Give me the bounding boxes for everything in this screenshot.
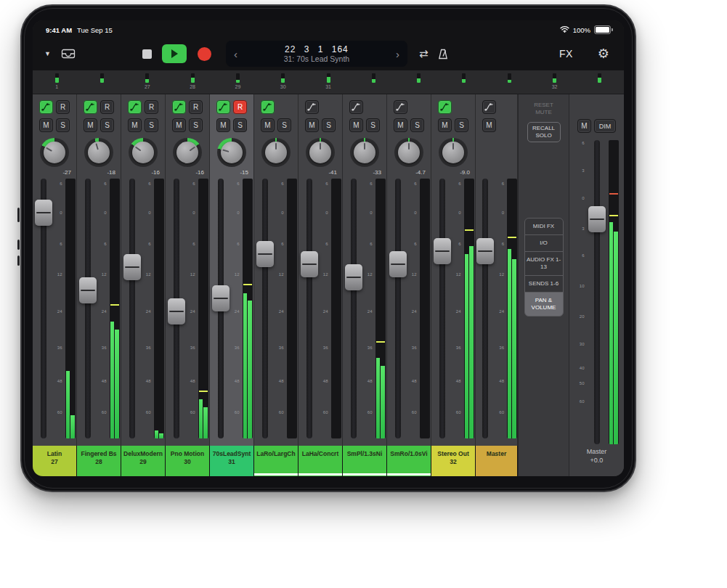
fader-cap[interactable] (35, 200, 52, 226)
mute-button[interactable]: M (39, 118, 53, 132)
fader-cap[interactable] (434, 238, 451, 264)
volume-fader[interactable] (78, 179, 97, 438)
fx-button[interactable]: FX (559, 48, 573, 60)
solo-button[interactable]: S (322, 118, 336, 132)
ruler-tick[interactable]: 1 (34, 70, 79, 94)
automation-button[interactable] (305, 100, 319, 114)
volume-fader[interactable] (433, 179, 452, 438)
view-button-i-o[interactable]: I/O (524, 234, 564, 252)
channel-strip[interactable]: MS-4.76061224364860 (387, 94, 431, 446)
mute-button[interactable]: M (128, 118, 142, 132)
pan-knob[interactable] (439, 138, 468, 168)
channel-strip[interactable]: RMS-166061224364860 (121, 94, 166, 446)
lcd-prev-button[interactable]: ‹ (232, 49, 240, 60)
fader-cap[interactable] (123, 254, 141, 280)
solo-button[interactable]: S (145, 118, 158, 132)
automation-button[interactable] (128, 100, 142, 114)
stop-button[interactable] (142, 49, 152, 59)
cycle-icon[interactable]: ⇄ (419, 47, 429, 60)
track-label[interactable]: LaRo/LargCh (254, 446, 298, 476)
ruler-tick[interactable] (487, 70, 532, 94)
master-fader-cap[interactable] (588, 206, 606, 232)
automation-button[interactable] (216, 100, 230, 114)
recall-solo-button[interactable]: RECALL SOLO (527, 122, 561, 142)
record-arm-button[interactable]: R (56, 100, 70, 114)
channel-strip[interactable]: MS-416061224364860 (298, 94, 343, 446)
fader-cap[interactable] (212, 285, 230, 311)
volume-fader[interactable] (476, 179, 495, 438)
record-arm-button[interactable]: R (145, 100, 158, 114)
automation-button[interactable] (394, 100, 407, 114)
lcd-next-button[interactable]: › (394, 49, 402, 60)
mute-button[interactable]: M (261, 118, 275, 132)
record-arm-button[interactable]: R (189, 100, 203, 114)
solo-button[interactable]: S (56, 118, 70, 132)
fader-cap[interactable] (389, 251, 407, 277)
track-label[interactable]: Stereo Out32 (431, 446, 476, 476)
disclosure-button[interactable]: ▼ (44, 50, 51, 57)
channel-strip[interactable]: RMS-276061224364860 (33, 94, 77, 446)
master-dim-button[interactable]: DIM (594, 119, 616, 133)
pan-knob[interactable] (350, 138, 379, 168)
ruler-tick[interactable]: 28 (170, 70, 215, 94)
ruler-tick[interactable]: 32 (532, 70, 577, 94)
solo-button[interactable]: S (233, 118, 247, 132)
track-label[interactable]: Pno Motion30 (166, 446, 210, 476)
volume-fader[interactable] (123, 179, 142, 438)
pan-knob[interactable] (217, 138, 246, 168)
ruler-tick[interactable]: 30 (261, 70, 306, 94)
ruler-tick[interactable]: 31 (306, 70, 351, 94)
view-button-sends-1-6[interactable]: SENDS 1-6 (524, 275, 564, 293)
ruler-tick[interactable]: 29 (215, 70, 260, 94)
channel-strip[interactable]: RMS-186061224364860 (77, 94, 121, 446)
record-arm-button[interactable]: R (233, 100, 247, 114)
volume-fader[interactable] (167, 179, 186, 438)
mute-button[interactable]: M (349, 118, 363, 132)
volume-fader[interactable] (256, 179, 275, 438)
ruler-tick[interactable] (397, 70, 442, 94)
mute-button[interactable]: M (305, 118, 319, 132)
fader-cap[interactable] (168, 298, 185, 324)
fader-cap[interactable] (301, 251, 318, 277)
mute-button[interactable]: M (216, 118, 230, 132)
pan-knob[interactable] (394, 138, 423, 168)
ruler-tick[interactable]: 27 (125, 70, 170, 94)
automation-button[interactable] (39, 100, 53, 114)
solo-button[interactable]: S (366, 118, 380, 132)
settings-icon[interactable]: ⚙ (598, 46, 609, 62)
metronome-icon[interactable] (437, 48, 449, 60)
solo-button[interactable]: S (277, 118, 291, 132)
channel-strip[interactable]: MS-9.06061224364860 (431, 94, 476, 446)
volume-fader[interactable] (344, 179, 363, 438)
master-fader[interactable] (588, 140, 606, 444)
track-label[interactable]: Latin27 (33, 446, 77, 476)
track-label[interactable]: SmRo/1.0sVi (387, 446, 431, 476)
track-label[interactable]: 70sLeadSynt31 (210, 446, 254, 476)
view-button-audio-fx-1-13[interactable]: AUDIO FX 1-13 (524, 251, 564, 276)
mute-button[interactable]: M (172, 118, 186, 132)
pan-knob[interactable] (40, 138, 69, 168)
ruler-tick[interactable] (442, 70, 487, 94)
view-button-pan-volume[interactable]: PAN & VOLUME (524, 292, 564, 317)
channel-strip[interactable]: RMS-156061224364860 (210, 94, 254, 446)
volume-fader[interactable] (389, 179, 407, 438)
track-label[interactable]: DeluxModern29 (121, 446, 166, 476)
master-mute-button[interactable]: M (577, 119, 591, 133)
fader-cap[interactable] (345, 264, 362, 290)
track-label[interactable]: SmPl/1.3sNi (343, 446, 387, 476)
pan-knob[interactable] (84, 138, 113, 168)
mute-button[interactable]: M (482, 118, 496, 132)
fader-cap[interactable] (476, 238, 494, 264)
automation-button[interactable] (84, 100, 97, 114)
record-button[interactable] (198, 47, 211, 61)
channel-strip[interactable]: M6061224364860 (476, 94, 518, 446)
channel-strip[interactable]: MS6061224364860 (254, 94, 298, 446)
pan-knob[interactable] (129, 138, 158, 168)
pan-knob[interactable] (306, 138, 335, 168)
solo-button[interactable]: S (100, 118, 114, 132)
mute-button[interactable]: M (394, 118, 407, 132)
record-arm-button[interactable]: R (100, 100, 114, 114)
fader-cap[interactable] (256, 241, 274, 267)
solo-button[interactable]: S (410, 118, 424, 132)
channel-strip[interactable]: MS-336061224364860 (343, 94, 387, 446)
